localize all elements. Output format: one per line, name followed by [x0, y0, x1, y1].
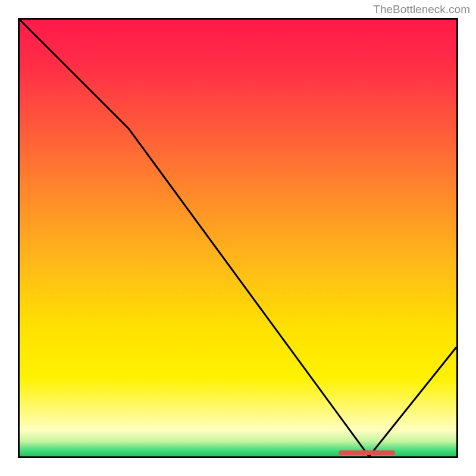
attribution-text: TheBottleneck.com — [373, 3, 470, 16]
optimal-range-marker — [339, 450, 395, 455]
bottleneck-curve — [20, 20, 456, 456]
chart-container — [18, 18, 458, 458]
